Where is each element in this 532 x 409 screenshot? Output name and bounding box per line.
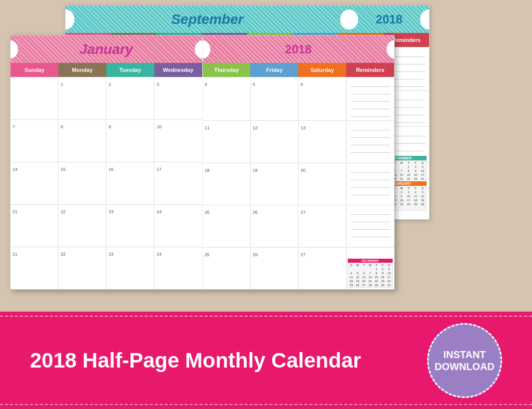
september-month-title: September: [171, 11, 244, 27]
jan-day-friday: Friday: [250, 63, 298, 77]
janr-reminder-r5: DECEMBER SM TW TF S 12 3 456: [347, 248, 394, 290]
jan-year-title: 2018: [285, 42, 312, 56]
jan-r5c2: 22: [58, 247, 106, 289]
jan-r2c3: 9: [106, 120, 154, 162]
jan-day-monday: Monday: [58, 63, 106, 77]
jan-r4c3: 23: [106, 205, 154, 247]
janr-r5c2: 26: [251, 248, 299, 290]
janr-r2c2: 12: [251, 121, 299, 163]
jan-day-thursday: Thursday: [203, 63, 251, 77]
jan-r1c2: 1: [58, 77, 106, 119]
jan-r3c1: 14: [10, 162, 58, 204]
janr-r1c2: 5: [251, 77, 299, 120]
janr-reminder-r1: [347, 77, 394, 120]
jan-r2c1: 7: [10, 120, 58, 162]
janr-r4c3: 27: [299, 205, 347, 247]
jan-day-sunday: Sunday: [10, 63, 58, 77]
jan-r5c3: 23: [106, 247, 154, 289]
janr-r4c1: 25: [203, 205, 251, 247]
janr-r2c3: 13: [299, 121, 347, 163]
jan-r3c2: 15: [58, 162, 106, 204]
janr-reminder-r2: [347, 121, 394, 163]
main-container: September 2018 Sunday Monday Tuesday Wed…: [0, 0, 532, 409]
jan-r1c3: 2: [106, 77, 154, 119]
jan-day-reminders: Reminders: [346, 63, 394, 77]
jan-r2c2: 8: [58, 120, 106, 162]
jan-r1c1: [10, 77, 58, 119]
janr-r1c1: 4: [203, 77, 251, 120]
banner-title: 2018 Half-Page Monthly Calendar: [30, 349, 427, 373]
jan-r2c4: 10: [154, 120, 202, 162]
jan-r4c1: 21: [10, 205, 58, 247]
jan-r1c4: 3: [154, 77, 202, 119]
jan-day-tuesday: Tuesday: [106, 63, 154, 77]
jan-r5c1: 21: [10, 247, 58, 289]
calendar-january: January Sunday Monday Tuesday Wednesday …: [10, 35, 395, 290]
jan-r4c4: 24: [154, 205, 202, 247]
jan-day-saturday: Saturday: [298, 63, 346, 77]
janr-r5c1: 25: [203, 248, 251, 290]
jan-r5c4: 24: [154, 247, 202, 289]
janr-r3c1: 18: [203, 163, 251, 205]
janr-r4c2: 26: [251, 205, 299, 247]
janr-r3c2: 19: [251, 163, 299, 205]
jan-r3c3: 16: [106, 162, 154, 204]
janr-r3c3: 20: [299, 163, 347, 205]
january-month-title: January: [79, 41, 133, 57]
janr-r5c3: 27: [299, 248, 347, 290]
janr-reminder-r4: [347, 205, 394, 247]
janr-r1c3: 6: [299, 77, 347, 120]
badge-line2: DOWNLOAD: [435, 361, 495, 373]
september-year-title: 2018: [376, 12, 402, 26]
jan-day-wednesday: Wednesday: [154, 63, 202, 77]
jan-r3c4: 17: [154, 162, 202, 204]
janr-r2c1: 11: [203, 121, 251, 163]
instant-download-badge: INSTANT DOWNLOAD: [427, 323, 502, 398]
badge-line1: INSTANT: [443, 349, 486, 361]
janr-reminder-r3: [347, 163, 394, 205]
jan-r4c2: 22: [58, 205, 106, 247]
bottom-banner: 2018 Half-Page Monthly Calendar INSTANT …: [0, 312, 532, 409]
